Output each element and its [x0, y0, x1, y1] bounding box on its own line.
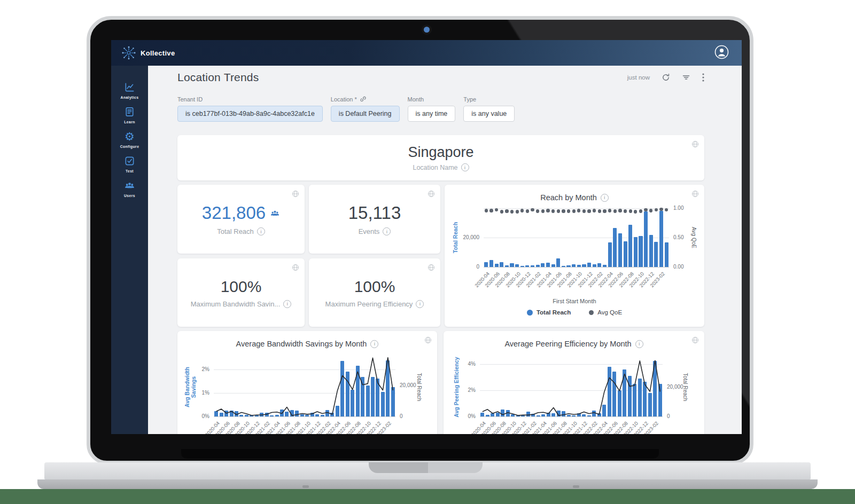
dot-2021-06[interactable]	[557, 209, 560, 212]
y-axis-tick-right: 0	[400, 413, 424, 419]
bar-2022-04[interactable]	[608, 242, 612, 267]
dot-2022-12[interactable]	[649, 209, 652, 212]
dot-2022-05[interactable]	[613, 209, 617, 212]
refresh-button[interactable]	[662, 73, 670, 82]
dot-2020-08[interactable]	[505, 209, 508, 212]
dot-2022-07[interactable]	[624, 209, 627, 212]
dot-2020-05[interactable]	[489, 209, 493, 212]
dot-2020-04[interactable]	[485, 209, 488, 212]
dot-2021-07[interactable]	[562, 209, 565, 212]
bar-2022-12[interactable]	[649, 235, 653, 267]
bar-2022-09[interactable]	[634, 237, 638, 267]
events-label: Events	[359, 227, 391, 235]
bar-2023-03[interactable]	[665, 242, 669, 267]
dot-2022-06[interactable]	[618, 209, 621, 212]
dot-2021-10[interactable]	[577, 209, 580, 212]
bar-2021-04[interactable]	[546, 263, 550, 267]
bar-2020-10[interactable]	[515, 264, 519, 267]
dot-2021-03[interactable]	[541, 209, 545, 212]
brand-logo[interactable]: Kollective	[121, 45, 175, 61]
dot-2021-04[interactable]	[546, 209, 549, 212]
dot-2021-05[interactable]	[551, 209, 555, 212]
dot-2020-12[interactable]	[526, 209, 529, 212]
sidebar-item-users[interactable]: Users	[111, 180, 148, 198]
dot-2023-01[interactable]	[655, 208, 658, 211]
bar-2020-06[interactable]	[495, 264, 499, 267]
type-filter-chip[interactable]: is any value	[463, 106, 515, 122]
bar-2022-06[interactable]	[618, 233, 622, 267]
dot-2021-09[interactable]	[572, 209, 576, 212]
bar-2021-02[interactable]	[536, 265, 540, 267]
bar-2020-08[interactable]	[505, 265, 509, 267]
dot-2020-11[interactable]	[520, 209, 524, 212]
bar-2023-01[interactable]	[654, 242, 658, 267]
dot-2021-01[interactable]	[531, 208, 534, 211]
bar-2022-03[interactable]	[603, 265, 607, 267]
dot-2020-07[interactable]	[500, 210, 503, 213]
bar-2021-08[interactable]	[566, 265, 570, 267]
bar-2020-05[interactable]	[489, 260, 493, 267]
dot-2023-03[interactable]	[665, 208, 668, 211]
legend-total-reach[interactable]: Total Reach	[527, 309, 571, 316]
info-icon[interactable]	[283, 300, 291, 308]
globe-icon	[292, 190, 299, 198]
more-options-button[interactable]	[702, 73, 704, 82]
bar-2022-02[interactable]	[597, 263, 601, 267]
bar-2022-01[interactable]	[593, 264, 596, 267]
bar-2022-07[interactable]	[624, 241, 627, 267]
dot-2022-02[interactable]	[598, 209, 601, 212]
bar-2021-12[interactable]	[587, 263, 591, 267]
total-reach-trend-line	[214, 358, 395, 416]
bar-2020-09[interactable]	[510, 263, 514, 267]
info-icon[interactable]	[461, 163, 469, 171]
info-icon[interactable]	[416, 300, 424, 308]
bar-2021-11[interactable]	[582, 264, 586, 267]
bar-2023-02[interactable]	[659, 211, 663, 267]
sidebar-item-test[interactable]: Test	[111, 155, 148, 173]
bar-2020-04[interactable]	[484, 262, 488, 267]
legend-avg-qoe[interactable]: Avg QoE	[589, 309, 622, 316]
dot-2022-03[interactable]	[603, 209, 606, 212]
bar-2021-09[interactable]	[572, 264, 576, 267]
dot-2020-09[interactable]	[510, 210, 514, 213]
bar-2021-03[interactable]	[541, 263, 545, 267]
bar-2021-07[interactable]	[562, 266, 565, 267]
sidebar-item-analytics[interactable]: Analytics	[111, 82, 148, 99]
users-icon	[270, 208, 280, 218]
bar-2021-10[interactable]	[577, 265, 581, 267]
dot-2020-06[interactable]	[495, 208, 498, 211]
chart-legend: Total Reach Avg QoE	[445, 309, 704, 316]
sidebar-item-configure[interactable]: ⚙ Configure	[111, 131, 148, 148]
month-filter-chip[interactable]: is any time	[408, 106, 456, 122]
bar-2021-06[interactable]	[556, 258, 560, 267]
dot-2021-11[interactable]	[582, 209, 586, 212]
bar-2021-05[interactable]	[551, 264, 555, 267]
filter-button[interactable]	[682, 73, 690, 82]
bar-2021-01[interactable]	[531, 265, 534, 267]
bar-2022-08[interactable]	[628, 225, 632, 267]
bar-2020-12[interactable]	[525, 265, 529, 267]
gridline	[484, 267, 669, 267]
dot-2022-08[interactable]	[629, 209, 632, 212]
bar-2020-11[interactable]	[520, 266, 524, 267]
user-avatar-icon[interactable]	[714, 45, 729, 61]
bar-2022-11[interactable]	[644, 211, 648, 267]
dot-2021-12[interactable]	[587, 209, 590, 212]
location-filter-chip[interactable]: is Default Peering	[331, 106, 400, 122]
dot-2022-01[interactable]	[593, 209, 596, 212]
tenant-id-filter-chip[interactable]: is ceb177bf-013b-49ab-8a9c-4abce32afc1e	[177, 106, 323, 122]
location-name-card: Singapore Location Name	[177, 135, 704, 180]
info-icon[interactable]	[383, 227, 391, 235]
sidebar-item-learn[interactable]: Learn	[111, 106, 148, 124]
dot-2021-02[interactable]	[536, 209, 539, 212]
dot-2022-10[interactable]	[639, 209, 642, 212]
dot-2022-09[interactable]	[634, 210, 637, 213]
dot-2022-04[interactable]	[608, 209, 611, 212]
dot-2021-08[interactable]	[567, 209, 570, 212]
bar-2020-07[interactable]	[500, 262, 503, 267]
info-icon[interactable]	[257, 227, 265, 235]
bar-2022-10[interactable]	[639, 236, 642, 267]
dot-2020-10[interactable]	[516, 210, 519, 213]
bar-2022-05[interactable]	[613, 228, 617, 267]
dot-2023-02[interactable]	[659, 208, 663, 211]
